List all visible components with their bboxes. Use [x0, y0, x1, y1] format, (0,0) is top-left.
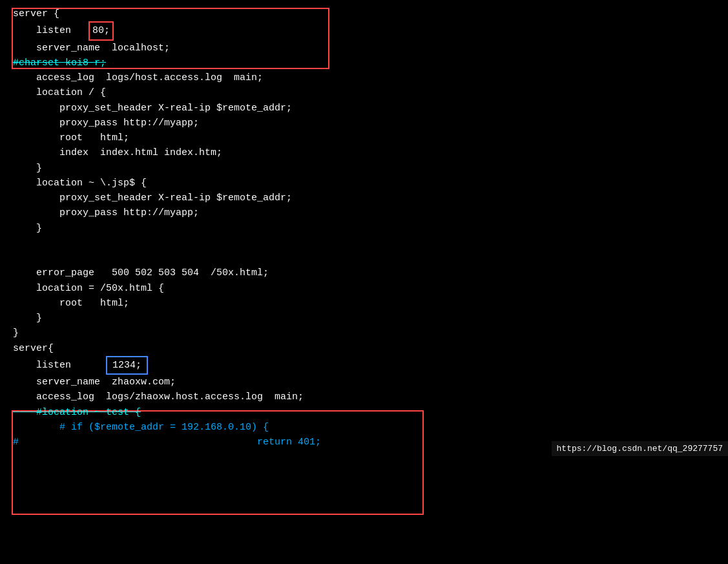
- code-line-root50x: root html;: [13, 296, 715, 311]
- code-line-location1-close: }: [13, 161, 715, 176]
- code-line-proxyheader1: proxy_set_header X-real-ip $remote_addr;: [13, 101, 715, 116]
- code-line-blank2: [13, 251, 715, 266]
- code-editor: server { listen 80; server_name localhos…: [0, 0, 728, 456]
- code-line-location1: location / {: [13, 85, 715, 100]
- code-line-server2-open: server{: [13, 341, 715, 356]
- code-line-accesslog2: access_log logs/zhaoxw.host.access.log m…: [13, 390, 715, 404]
- code-line-proxypass2: proxy_pass http://myapp;: [13, 205, 715, 220]
- code-line-errorpage: error_page 500 502 503 504 /50x.html;: [13, 266, 715, 280]
- code-line-server1-close: }: [13, 326, 715, 340]
- code-line-proxypass1: proxy_pass http://myapp;: [13, 116, 715, 131]
- code-line-charset: #charset koi8-r;: [13, 56, 715, 70]
- code-line-blank1: [13, 236, 715, 251]
- code-line-accesslog1: access_log logs/host.access.log main;: [13, 70, 715, 85]
- status-url: https://blog.csdn.net/qq_29277757: [557, 444, 723, 454]
- port-highlight-1234: 1234;: [106, 356, 148, 375]
- code-line-index1: index index.html index.htm;: [13, 145, 715, 160]
- code-line-proxyheader2: proxy_set_header X-real-ip $remote_addr;: [13, 191, 715, 205]
- code-line-location2-close: }: [13, 221, 715, 236]
- code-line-server1-open: server {: [13, 6, 715, 21]
- code-line-location50x-close: }: [13, 311, 715, 326]
- status-bar: https://blog.csdn.net/qq_29277757: [552, 441, 728, 456]
- code-line-root1: root html;: [13, 131, 715, 145]
- code-line-servername1: server_name localhost;: [13, 41, 715, 56]
- port-highlight-80: 80;: [88, 21, 114, 40]
- code-line-listen2: listen 1234;: [13, 356, 715, 375]
- code-line-servername2: server_name zhaoxw.com;: [13, 375, 715, 390]
- code-line-location2: location ~ \.jsp$ {: [13, 176, 715, 191]
- code-line-location50x: location = /50x.html {: [13, 281, 715, 296]
- code-line-location-test: #location ~ test {: [13, 405, 715, 420]
- code-line-listen1: listen 80;: [13, 21, 715, 40]
- code-line-if-remote: # if ($remote_addr = 192.168.0.10) {: [13, 420, 715, 435]
